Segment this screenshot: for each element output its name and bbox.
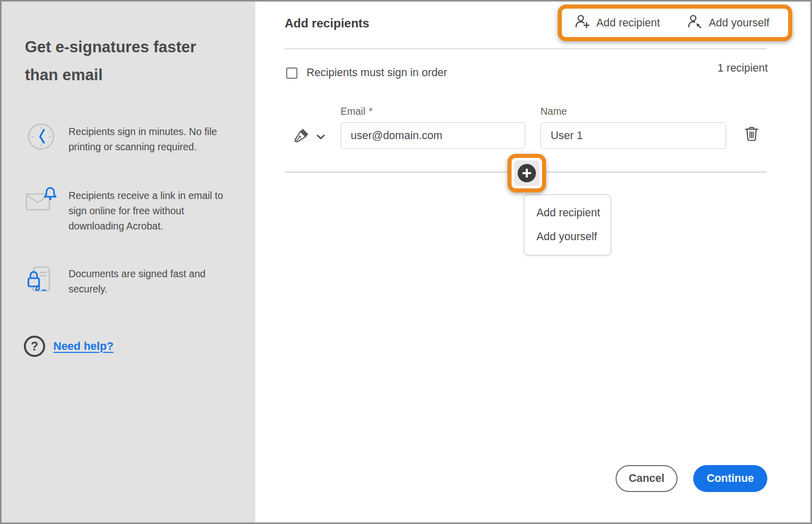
- role-selector[interactable]: [292, 126, 325, 147]
- clock-icon: [25, 122, 57, 151]
- cancel-button[interactable]: Cancel: [616, 465, 678, 492]
- sidebar-heading: Get e-signatures faster than email: [25, 33, 228, 89]
- plus-icon: [518, 164, 536, 182]
- pen-nib-icon: [292, 126, 311, 147]
- add-yourself-label: Add yourself: [709, 17, 770, 29]
- header-divider: [285, 48, 767, 49]
- delete-recipient-button[interactable]: [743, 126, 760, 144]
- email-field-label: Email*: [341, 106, 373, 117]
- trash-icon: [743, 126, 760, 142]
- benefit-item-email-link: Recipients receive a link in email to si…: [25, 186, 238, 234]
- benefit-text: Documents are signed fast and securely.: [69, 265, 223, 297]
- email-notification-icon: [25, 186, 57, 215]
- need-help-link[interactable]: Need help?: [53, 340, 114, 353]
- add-yourself-button[interactable]: Add yourself: [687, 14, 770, 32]
- header-actions-highlight: Add recipient Add yourself: [558, 5, 792, 41]
- benefit-item-secure: Documents are signed fast and securely.: [25, 265, 238, 297]
- page-title: Add recipients: [285, 16, 369, 30]
- benefit-item-sign-in-minutes: Recipients sign in minutes. No file prin…: [25, 122, 238, 154]
- menu-item-add-yourself[interactable]: Add yourself: [536, 231, 611, 243]
- add-dropdown-menu: Add recipient Add yourself: [524, 194, 611, 255]
- recipient-count: 1 recipient: [641, 62, 768, 75]
- benefit-text: Recipients sign in minutes. No file prin…: [69, 122, 223, 154]
- name-field[interactable]: [540, 122, 726, 149]
- add-button-highlight: [507, 154, 546, 192]
- add-recipient-label: Add recipient: [596, 17, 660, 29]
- sign-in-order-label: Recipients must sign in order: [307, 67, 447, 79]
- menu-item-add-recipient[interactable]: Add recipient: [536, 207, 611, 219]
- add-recipient-button[interactable]: Add recipient: [574, 14, 660, 32]
- secure-document-icon: [25, 265, 57, 294]
- email-field[interactable]: [341, 122, 525, 149]
- email-label-text: Email: [341, 106, 365, 117]
- chevron-down-icon: [317, 133, 325, 142]
- continue-button[interactable]: Continue: [693, 465, 767, 492]
- sign-in-order-checkbox[interactable]: [286, 68, 297, 79]
- person-arrow-icon: [687, 14, 702, 32]
- help-row: ? Need help?: [24, 336, 114, 357]
- benefit-text: Recipients receive a link in email to si…: [69, 186, 223, 234]
- info-sidebar: Get e-signatures faster than email Recip…: [2, 2, 255, 522]
- esign-dialog: Get e-signatures faster than email Recip…: [0, 0, 812, 524]
- name-field-label: Name: [540, 106, 567, 117]
- question-mark-icon: ?: [24, 336, 45, 357]
- add-person-icon: [574, 14, 590, 32]
- add-recipient-plus-button[interactable]: [514, 160, 539, 186]
- required-marker: *: [369, 106, 373, 117]
